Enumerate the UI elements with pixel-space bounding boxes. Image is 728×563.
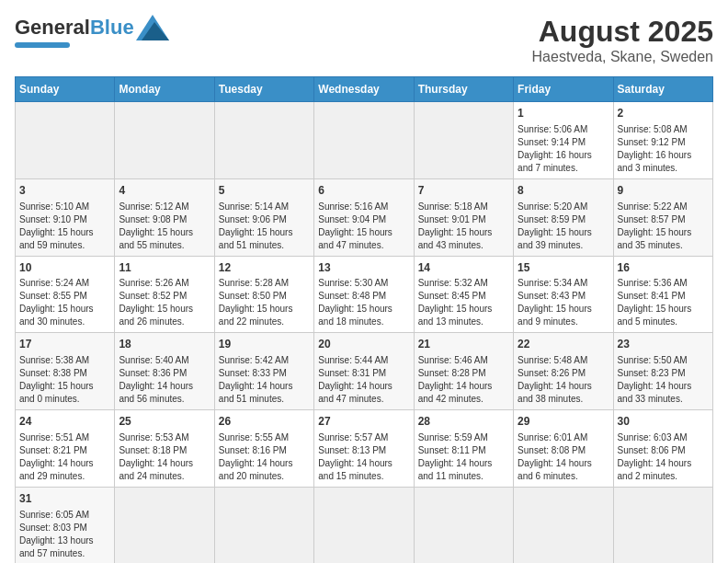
calendar-cell: 11Sunrise: 5:26 AM Sunset: 8:52 PM Dayli… (115, 256, 214, 333)
weekday-header-friday: Friday (514, 77, 613, 102)
day-content: Sunrise: 5:57 AM Sunset: 8:13 PM Dayligh… (318, 431, 409, 483)
logo: GeneralBlue (15, 15, 169, 48)
day-content: Sunrise: 5:28 AM Sunset: 8:50 PM Dayligh… (219, 277, 310, 328)
calendar-cell: 20Sunrise: 5:44 AM Sunset: 8:31 PM Dayli… (314, 333, 414, 410)
day-number: 22 (518, 337, 609, 352)
logo-bar (15, 42, 70, 48)
calendar-cell: 26Sunrise: 5:55 AM Sunset: 8:16 PM Dayli… (214, 410, 313, 488)
calendar-cell: 10Sunrise: 5:24 AM Sunset: 8:55 PM Dayli… (16, 256, 115, 333)
calendar-cell: 22Sunrise: 5:48 AM Sunset: 8:26 PM Dayli… (514, 333, 613, 410)
day-number: 31 (19, 491, 110, 507)
day-content: Sunrise: 5:32 AM Sunset: 8:45 PM Dayligh… (418, 277, 509, 328)
calendar-cell (16, 102, 115, 179)
calendar-cell: 31Sunrise: 6:05 AM Sunset: 8:03 PM Dayli… (16, 487, 115, 563)
day-number: 28 (418, 414, 509, 430)
day-number: 21 (418, 337, 509, 352)
calendar-cell: 3Sunrise: 5:10 AM Sunset: 9:10 PM Daylig… (16, 178, 115, 256)
day-content: Sunrise: 6:03 AM Sunset: 8:06 PM Dayligh… (618, 431, 709, 483)
calendar-body: 1Sunrise: 5:06 AM Sunset: 9:14 PM Daylig… (16, 102, 713, 564)
day-number: 8 (518, 183, 609, 199)
day-number: 3 (19, 183, 110, 199)
title-block: August 2025 Haestveda, Skane, Sweden (532, 15, 713, 65)
calendar-week-4: 17Sunrise: 5:38 AM Sunset: 8:38 PM Dayli… (16, 333, 713, 410)
day-content: Sunrise: 5:36 AM Sunset: 8:41 PM Dayligh… (618, 277, 709, 328)
day-content: Sunrise: 5:59 AM Sunset: 8:11 PM Dayligh… (418, 431, 509, 483)
day-content: Sunrise: 5:42 AM Sunset: 8:33 PM Dayligh… (219, 354, 310, 406)
calendar-cell: 9Sunrise: 5:22 AM Sunset: 8:57 PM Daylig… (613, 178, 712, 256)
calendar-week-2: 3Sunrise: 5:10 AM Sunset: 9:10 PM Daylig… (16, 178, 713, 256)
logo-icon (136, 15, 169, 40)
day-content: Sunrise: 5:50 AM Sunset: 8:23 PM Dayligh… (618, 354, 709, 406)
calendar-cell: 17Sunrise: 5:38 AM Sunset: 8:38 PM Dayli… (16, 333, 115, 410)
day-number: 27 (318, 414, 409, 430)
calendar-week-6: 31Sunrise: 6:05 AM Sunset: 8:03 PM Dayli… (16, 487, 713, 563)
calendar-cell: 18Sunrise: 5:40 AM Sunset: 8:36 PM Dayli… (115, 333, 214, 410)
calendar-cell: 25Sunrise: 5:53 AM Sunset: 8:18 PM Dayli… (115, 410, 214, 488)
calendar-table: SundayMondayTuesdayWednesdayThursdayFrid… (15, 76, 713, 563)
calendar-cell (115, 102, 214, 179)
calendar-cell: 23Sunrise: 5:50 AM Sunset: 8:23 PM Dayli… (613, 333, 712, 410)
calendar-cell (115, 487, 214, 563)
weekday-header-tuesday: Tuesday (214, 77, 313, 102)
day-number: 19 (219, 337, 310, 352)
calendar-cell: 2Sunrise: 5:08 AM Sunset: 9:12 PM Daylig… (613, 102, 712, 179)
calendar-cell: 28Sunrise: 5:59 AM Sunset: 8:11 PM Dayli… (414, 410, 513, 488)
day-number: 16 (618, 260, 709, 276)
calendar-cell: 13Sunrise: 5:30 AM Sunset: 8:48 PM Dayli… (314, 256, 414, 333)
day-number: 9 (618, 183, 709, 199)
day-number: 12 (219, 260, 310, 276)
calendar-cell: 24Sunrise: 5:51 AM Sunset: 8:21 PM Dayli… (16, 410, 115, 488)
day-number: 15 (518, 260, 609, 276)
day-number: 6 (318, 183, 409, 199)
day-number: 4 (119, 183, 210, 199)
calendar-cell: 7Sunrise: 5:18 AM Sunset: 9:01 PM Daylig… (414, 178, 513, 256)
calendar-cell: 1Sunrise: 5:06 AM Sunset: 9:14 PM Daylig… (514, 102, 613, 179)
weekday-header-sunday: Sunday (16, 77, 115, 102)
day-content: Sunrise: 5:53 AM Sunset: 8:18 PM Dayligh… (119, 431, 210, 483)
day-number: 26 (219, 414, 310, 430)
day-number: 13 (318, 260, 409, 276)
day-number: 7 (418, 183, 509, 199)
day-content: Sunrise: 5:12 AM Sunset: 9:08 PM Dayligh… (119, 201, 210, 252)
calendar-cell: 8Sunrise: 5:20 AM Sunset: 8:59 PM Daylig… (514, 178, 613, 256)
day-content: Sunrise: 6:01 AM Sunset: 8:08 PM Dayligh… (518, 431, 609, 483)
calendar-header: SundayMondayTuesdayWednesdayThursdayFrid… (16, 77, 713, 102)
day-content: Sunrise: 5:20 AM Sunset: 8:59 PM Dayligh… (518, 201, 609, 252)
day-number: 5 (219, 183, 310, 199)
day-content: Sunrise: 5:46 AM Sunset: 8:28 PM Dayligh… (418, 354, 509, 406)
calendar-cell (414, 102, 513, 179)
calendar-week-5: 24Sunrise: 5:51 AM Sunset: 8:21 PM Dayli… (16, 410, 713, 488)
calendar-cell: 4Sunrise: 5:12 AM Sunset: 9:08 PM Daylig… (115, 178, 214, 256)
calendar-week-3: 10Sunrise: 5:24 AM Sunset: 8:55 PM Dayli… (16, 256, 713, 333)
day-number: 14 (418, 260, 509, 276)
day-number: 11 (119, 260, 210, 276)
day-number: 1 (518, 106, 609, 121)
calendar-cell: 21Sunrise: 5:46 AM Sunset: 8:28 PM Dayli… (414, 333, 513, 410)
day-content: Sunrise: 5:51 AM Sunset: 8:21 PM Dayligh… (19, 431, 110, 483)
day-content: Sunrise: 5:16 AM Sunset: 9:04 PM Dayligh… (318, 201, 409, 252)
day-number: 25 (119, 414, 210, 430)
day-content: Sunrise: 6:05 AM Sunset: 8:03 PM Dayligh… (19, 509, 110, 560)
calendar-cell (214, 487, 313, 563)
calendar-cell: 19Sunrise: 5:42 AM Sunset: 8:33 PM Dayli… (214, 333, 313, 410)
calendar-cell (314, 102, 414, 179)
day-number: 10 (19, 260, 110, 276)
calendar-cell: 5Sunrise: 5:14 AM Sunset: 9:06 PM Daylig… (214, 178, 313, 256)
day-content: Sunrise: 5:18 AM Sunset: 9:01 PM Dayligh… (418, 201, 509, 252)
calendar-cell (514, 487, 613, 563)
day-number: 17 (19, 337, 110, 352)
day-content: Sunrise: 5:55 AM Sunset: 8:16 PM Dayligh… (219, 431, 310, 483)
day-content: Sunrise: 5:38 AM Sunset: 8:38 PM Dayligh… (19, 354, 110, 406)
day-content: Sunrise: 5:40 AM Sunset: 8:36 PM Dayligh… (119, 354, 210, 406)
weekday-header-thursday: Thursday (414, 77, 513, 102)
day-content: Sunrise: 5:22 AM Sunset: 8:57 PM Dayligh… (618, 201, 709, 252)
calendar-cell: 12Sunrise: 5:28 AM Sunset: 8:50 PM Dayli… (214, 256, 313, 333)
calendar-cell (414, 487, 513, 563)
calendar-cell: 14Sunrise: 5:32 AM Sunset: 8:45 PM Dayli… (414, 256, 513, 333)
day-number: 2 (618, 106, 709, 121)
calendar-cell: 15Sunrise: 5:34 AM Sunset: 8:43 PM Dayli… (514, 256, 613, 333)
day-content: Sunrise: 5:10 AM Sunset: 9:10 PM Dayligh… (19, 201, 110, 252)
day-content: Sunrise: 5:48 AM Sunset: 8:26 PM Dayligh… (518, 354, 609, 406)
calendar-subtitle: Haestveda, Skane, Sweden (532, 49, 713, 65)
logo-blue: Blue (90, 16, 134, 39)
